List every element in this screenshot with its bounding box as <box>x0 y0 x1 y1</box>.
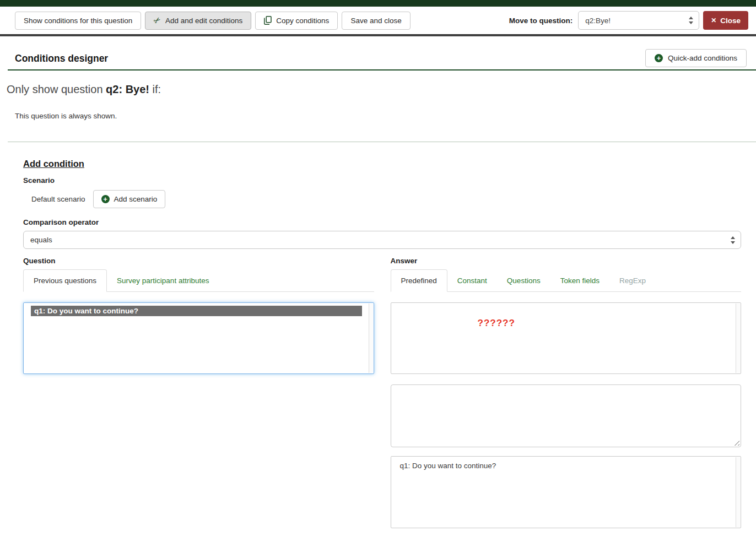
predefined-answer-option[interactable]: ?????? <box>478 318 741 329</box>
save-close-button[interactable]: Save and close <box>342 12 410 30</box>
question-tabs: Previous questions Survey participant at… <box>23 269 374 292</box>
copy-icon <box>264 16 272 25</box>
previous-questions-listbox[interactable]: q1: Do you want to continue? <box>23 302 374 374</box>
questions-listbox[interactable]: q1: Do you want to continue? <box>391 456 742 528</box>
button-label: Close <box>720 17 741 25</box>
updown-arrows-icon <box>731 236 736 244</box>
tab-survey-participant-attributes[interactable]: Survey participant attributes <box>107 269 219 291</box>
list-item[interactable]: q1: Do you want to continue? <box>391 457 741 470</box>
question-column: Question Previous questions Survey parti… <box>23 257 374 374</box>
x-icon: ✕ <box>711 17 716 24</box>
scissors-icon: ✂ <box>152 14 163 26</box>
copy-conditions-button[interactable]: Copy conditions <box>255 12 338 30</box>
resize-handle[interactable] <box>733 439 739 446</box>
updown-arrows-icon <box>689 17 694 24</box>
default-scenario-text: Default scenario <box>23 195 85 203</box>
target-question-name: q2: Bye! <box>106 83 149 95</box>
add-condition-heading: Add condition <box>23 159 741 169</box>
quick-add-conditions-button[interactable]: + Quick-add conditions <box>645 49 747 67</box>
plus-circle-icon: + <box>655 54 663 62</box>
answer-column: Answer Predefined Constant Questions Tok… <box>391 257 742 528</box>
top-toolbar: Show conditions for this question ✂ Add … <box>0 7 756 34</box>
tab-questions[interactable]: Questions <box>497 269 550 291</box>
question-label: Question <box>23 257 374 265</box>
button-label: Add and edit conditions <box>165 17 242 25</box>
tab-predefined[interactable]: Predefined <box>391 269 447 292</box>
add-condition-form: Add condition Scenario Default scenario … <box>23 159 741 528</box>
answer-label: Answer <box>391 257 742 265</box>
button-label: Add scenario <box>114 195 158 203</box>
title-underline-rule <box>8 69 756 71</box>
button-label: Quick-add conditions <box>668 54 737 62</box>
move-to-question-select[interactable]: q2:Bye! <box>578 11 699 30</box>
move-to-question-label: Move to question: <box>509 17 573 25</box>
list-item-selected[interactable]: q1: Do you want to continue? <box>31 306 362 316</box>
top-green-bar <box>0 0 756 7</box>
button-label: Copy conditions <box>276 17 329 25</box>
scenario-row: Default scenario + Add scenario <box>23 190 741 208</box>
only-show-question-text: Only show question q2: Bye! if: <box>7 83 161 96</box>
add-edit-conditions-button[interactable]: ✂ Add and edit conditions <box>145 12 251 30</box>
tab-previous-questions[interactable]: Previous questions <box>23 269 107 292</box>
scrollbar[interactable] <box>369 303 373 373</box>
show-conditions-button[interactable]: Show conditions for this question <box>15 12 141 30</box>
select-value: q2:Bye! <box>585 17 611 25</box>
add-scenario-button[interactable]: + Add scenario <box>93 190 166 208</box>
select-value: equals <box>30 236 52 244</box>
intro-suffix: if: <box>153 83 161 95</box>
intro-prefix: Only show question <box>7 83 103 95</box>
close-button[interactable]: ✕ Close <box>703 11 748 30</box>
always-shown-text: This question is always shown. <box>15 112 117 120</box>
predefined-answers-box[interactable]: ?????? <box>391 302 742 374</box>
plus-circle-icon: + <box>101 195 110 203</box>
comparison-operator-label: Comparison operator <box>23 218 741 226</box>
answer-tabs: Predefined Constant Questions Token fiel… <box>391 269 742 292</box>
toolbar-right-group: Move to question: q2:Bye! ✕ Close <box>509 11 748 30</box>
section-divider <box>8 142 756 142</box>
tab-regexp[interactable]: RegExp <box>609 269 656 291</box>
tab-constant[interactable]: Constant <box>447 269 497 291</box>
page-title: Conditions designer <box>15 53 108 64</box>
question-answer-columns: Question Previous questions Survey parti… <box>23 257 741 528</box>
tab-token-fields[interactable]: Token fields <box>550 269 609 291</box>
scrollbar[interactable] <box>736 303 740 373</box>
toolbar-bottom-border <box>0 34 756 36</box>
scenario-label: Scenario <box>23 176 741 185</box>
scrollbar[interactable] <box>736 457 740 527</box>
constant-value-textarea[interactable] <box>391 384 742 447</box>
comparison-operator-select[interactable]: equals <box>23 231 741 249</box>
